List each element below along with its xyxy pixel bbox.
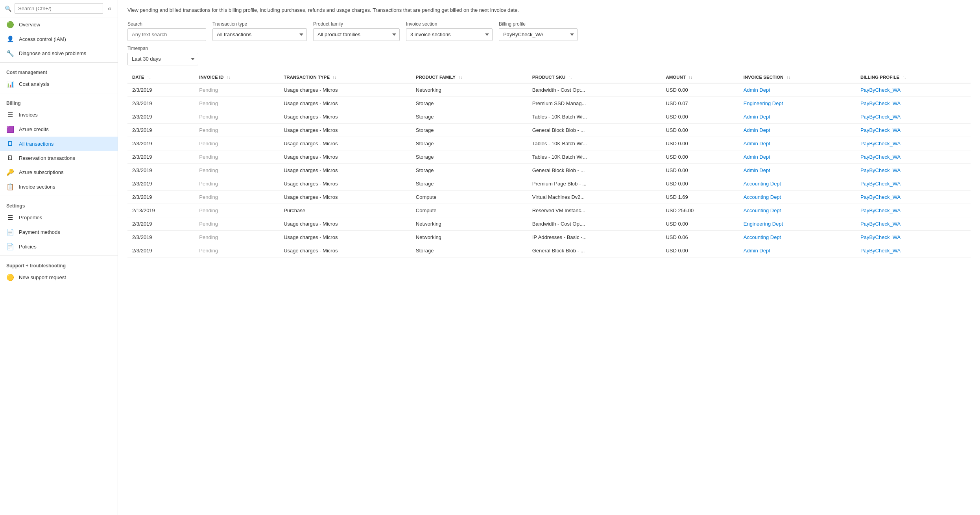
sidebar-item-new-support[interactable]: 🟡 New support request <box>0 270 118 285</box>
sidebar-item-azure-subscriptions[interactable]: 🔑 Azure subscriptions <box>0 165 118 180</box>
sidebar-item-diagnose[interactable]: 🔧 Diagnose and solve problems <box>0 46 118 61</box>
transactions-table-container: DATE ↑↓ INVOICE ID ↑↓ TRANSACTION TYPE ↑… <box>127 72 971 258</box>
cell-billing-profile[interactable]: PayByCheck_WA <box>856 190 971 204</box>
billing-section-label: Billing <box>0 95 118 107</box>
all-transactions-icon: 🗒 <box>6 140 14 147</box>
cell-billing-profile[interactable]: PayByCheck_WA <box>856 204 971 217</box>
cell-invoice-section[interactable]: Accounting Dept <box>739 204 856 217</box>
search-input[interactable] <box>15 3 103 14</box>
collapse-button[interactable]: « <box>106 5 113 12</box>
cell-billing-profile[interactable]: PayByCheck_WA <box>856 83 971 97</box>
cell-amount: USD 0.06 <box>661 230 738 244</box>
settings-section-label: Settings <box>0 198 118 210</box>
sidebar-item-label: Diagnose and solve problems <box>19 50 86 56</box>
cell-billing-profile[interactable]: PayByCheck_WA <box>856 137 971 150</box>
cell-billing-profile[interactable]: PayByCheck_WA <box>856 123 971 137</box>
cell-invoice-section[interactable]: Admin Dept <box>739 110 856 123</box>
cell-date: 2/13/2019 <box>127 204 194 217</box>
col-transaction-type[interactable]: TRANSACTION TYPE ↑↓ <box>279 72 411 83</box>
sidebar-item-all-transactions[interactable]: 🗒 All transactions <box>0 137 118 151</box>
cell-billing-profile[interactable]: PayByCheck_WA <box>856 244 971 257</box>
cell-invoice-section[interactable]: Admin Dept <box>739 163 856 177</box>
sidebar-item-cost-analysis[interactable]: 📊 Cost analysis <box>0 77 118 91</box>
cell-billing-profile[interactable]: PayByCheck_WA <box>856 163 971 177</box>
col-billing-profile[interactable]: BILLING PROFILE ↑↓ <box>856 72 971 83</box>
sidebar-item-access-control[interactable]: 👤 Access control (IAM) <box>0 32 118 46</box>
cell-product-sku: Tables - 10K Batch Wr... <box>528 110 661 123</box>
cell-invoice-id: Pending <box>194 123 279 137</box>
invoices-icon: ☰ <box>6 111 14 119</box>
cell-product-family: Storage <box>411 177 528 190</box>
cell-transaction-type: Usage charges - Micros <box>279 217 411 230</box>
cell-date: 2/3/2019 <box>127 137 194 150</box>
sidebar-item-payment-methods[interactable]: 📄 Payment methods <box>0 225 118 239</box>
table-row: 2/3/2019 Pending Usage charges - Micros … <box>127 150 971 163</box>
cell-amount: USD 0.00 <box>661 244 738 257</box>
cell-product-family: Storage <box>411 96 528 110</box>
cell-invoice-section[interactable]: Accounting Dept <box>739 177 856 190</box>
date-sort-icon: ↑↓ <box>147 75 151 80</box>
azure-subscriptions-icon: 🔑 <box>6 169 14 176</box>
cell-billing-profile[interactable]: PayByCheck_WA <box>856 230 971 244</box>
cell-invoice-section[interactable]: Accounting Dept <box>739 190 856 204</box>
cost-management-section-label: Cost management <box>0 64 118 77</box>
col-invoice-id[interactable]: INVOICE ID ↑↓ <box>194 72 279 83</box>
sidebar-item-label: Policies <box>19 244 37 250</box>
sidebar-item-policies[interactable]: 📄 Policies <box>0 239 118 254</box>
sidebar-item-azure-credits[interactable]: 🟪 Azure credits <box>0 122 118 137</box>
col-invoice-section[interactable]: INVOICE SECTION ↑↓ <box>739 72 856 83</box>
cell-billing-profile[interactable]: PayByCheck_WA <box>856 150 971 163</box>
cell-invoice-section[interactable]: Engineering Dept <box>739 96 856 110</box>
payment-methods-icon: 📄 <box>6 228 14 236</box>
sidebar-item-reservation-transactions[interactable]: 🗓 Reservation transactions <box>0 151 118 165</box>
cell-amount: USD 0.00 <box>661 137 738 150</box>
cell-invoice-id: Pending <box>194 150 279 163</box>
diagnose-icon: 🔧 <box>6 50 14 57</box>
invoice-section-select[interactable]: 3 invoice sections Admin Dept Engineerin… <box>406 28 493 41</box>
cell-product-sku: General Block Blob - ... <box>528 163 661 177</box>
timespan-select[interactable]: Last 30 days Last 7 days Last 90 days Cu… <box>127 53 198 65</box>
cell-product-sku: IP Addresses - Basic -... <box>528 230 661 244</box>
cell-billing-profile[interactable]: PayByCheck_WA <box>856 96 971 110</box>
sidebar-item-overview[interactable]: 🟢 Overview <box>0 17 118 32</box>
cell-date: 2/3/2019 <box>127 177 194 190</box>
table-row: 2/3/2019 Pending Usage charges - Micros … <box>127 217 971 230</box>
col-date[interactable]: DATE ↑↓ <box>127 72 194 83</box>
billing-profile-select[interactable]: PayByCheck_WA <box>499 28 578 41</box>
cell-billing-profile[interactable]: PayByCheck_WA <box>856 110 971 123</box>
cell-date: 2/3/2019 <box>127 123 194 137</box>
cell-invoice-section[interactable]: Admin Dept <box>739 150 856 163</box>
cell-invoice-section[interactable]: Engineering Dept <box>739 217 856 230</box>
transaction-type-select[interactable]: All transactions Usage charges Purchase … <box>212 28 307 41</box>
cell-amount: USD 1.69 <box>661 190 738 204</box>
sidebar-item-invoice-sections[interactable]: 📋 Invoice sections <box>0 180 118 194</box>
search-filter-input[interactable] <box>127 28 206 41</box>
cell-product-sku: General Block Blob - ... <box>528 123 661 137</box>
cell-amount: USD 0.00 <box>661 177 738 190</box>
sidebar-item-invoices[interactable]: ☰ Invoices <box>0 107 118 122</box>
col-amount[interactable]: AMOUNT ↑↓ <box>661 72 738 83</box>
col-product-family[interactable]: PRODUCT FAMILY ↑↓ <box>411 72 528 83</box>
cell-product-family: Storage <box>411 244 528 257</box>
cell-invoice-section[interactable]: Admin Dept <box>739 83 856 97</box>
page-description: View pending and billed transactions for… <box>127 6 971 14</box>
invoice-id-sort-icon: ↑↓ <box>227 75 231 80</box>
cell-invoice-section[interactable]: Admin Dept <box>739 137 856 150</box>
cell-amount: USD 0.00 <box>661 163 738 177</box>
cell-billing-profile[interactable]: PayByCheck_WA <box>856 217 971 230</box>
cell-billing-profile[interactable]: PayByCheck_WA <box>856 177 971 190</box>
cell-invoice-section[interactable]: Accounting Dept <box>739 230 856 244</box>
table-row: 2/13/2019 Pending Purchase Compute Reser… <box>127 204 971 217</box>
product-family-select[interactable]: All product families Compute Storage Net… <box>313 28 400 41</box>
cell-transaction-type: Usage charges - Micros <box>279 230 411 244</box>
cell-invoice-section[interactable]: Admin Dept <box>739 244 856 257</box>
sidebar-item-properties[interactable]: ☰ Properties <box>0 210 118 225</box>
search-icon: 🔍 <box>5 6 11 12</box>
azure-credits-icon: 🟪 <box>6 126 14 133</box>
cell-invoice-section[interactable]: Admin Dept <box>739 123 856 137</box>
cell-transaction-type: Usage charges - Micros <box>279 137 411 150</box>
sidebar-item-label: Reservation transactions <box>19 155 75 161</box>
col-product-sku[interactable]: PRODUCT SKU ↑↓ <box>528 72 661 83</box>
cell-product-sku: Premium SSD Manag... <box>528 96 661 110</box>
cell-invoice-id: Pending <box>194 177 279 190</box>
